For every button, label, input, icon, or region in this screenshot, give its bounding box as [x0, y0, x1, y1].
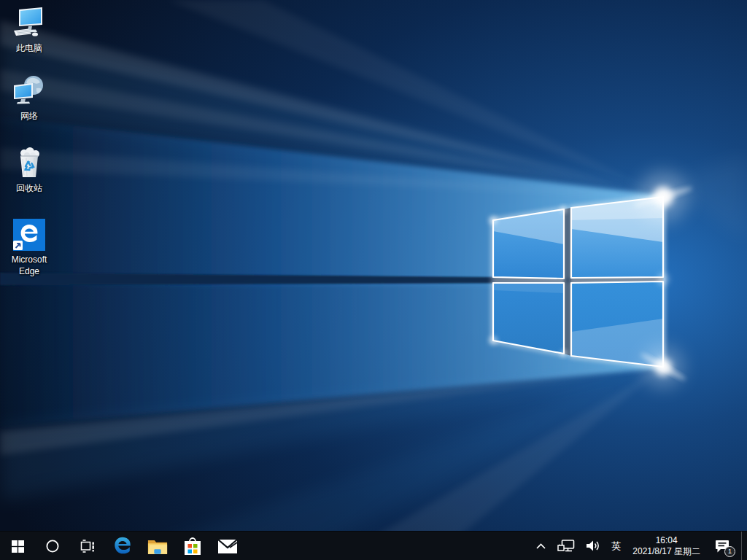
show-hidden-icons-button[interactable]: [533, 532, 549, 560]
windows-logo: [493, 197, 663, 367]
desktop-icon-network[interactable]: 网络: [1, 74, 57, 122]
edge-button[interactable]: [105, 532, 140, 560]
desktop[interactable]: 此电脑 网络: [0, 0, 747, 531]
desktop-icon-this-pc[interactable]: 此电脑: [1, 6, 57, 54]
speaker-volume-icon: [586, 540, 600, 552]
task-view-icon: [80, 539, 96, 553]
shortcut-arrow-badge: [13, 241, 23, 250]
action-center-button[interactable]: 1: [710, 532, 735, 560]
desktop-icon-label: Microsoft Edge: [2, 254, 56, 277]
network-icon: [12, 74, 47, 109]
microsoft-store-icon: [183, 535, 202, 557]
file-explorer-icon: [147, 537, 168, 555]
chevron-up-icon: [535, 542, 546, 551]
clock[interactable]: 16:04 2021/8/17 星期二: [630, 532, 703, 560]
desktop-icon-label: 网络: [20, 110, 38, 122]
taskbar-empty-area[interactable]: [245, 532, 533, 560]
start-button[interactable]: [0, 532, 35, 560]
task-view-button[interactable]: [70, 532, 105, 560]
windows-start-icon: [12, 540, 24, 553]
clock-date: 2021/8/17 星期二: [632, 546, 700, 557]
mail-button[interactable]: [210, 532, 245, 560]
show-desktop-button[interactable]: [741, 532, 746, 560]
desktop-icon-label: 回收站: [16, 182, 42, 194]
ime-language-indicator[interactable]: 英: [609, 532, 623, 560]
this-pc-icon: [12, 6, 47, 41]
ethernet-network-icon: [557, 540, 575, 553]
system-tray: 英 16:04 2021/8/17 星期二 1: [533, 532, 747, 560]
desktop-icon-microsoft-edge[interactable]: Microsoft Edge: [1, 217, 57, 277]
file-explorer-button[interactable]: [140, 532, 175, 560]
desktop-icon-recycle-bin[interactable]: 回收站: [1, 146, 57, 194]
search-button[interactable]: [35, 532, 70, 560]
store-button[interactable]: [175, 532, 210, 560]
clock-time: 16:04: [632, 535, 700, 546]
notification-count-badge: 1: [724, 546, 735, 557]
mail-icon: [217, 539, 238, 554]
edge-icon: [112, 535, 133, 557]
wallpaper-hero-image: [0, 0, 747, 560]
recycle-bin-icon: [12, 146, 47, 181]
network-tray-button[interactable]: [555, 532, 577, 560]
volume-tray-button[interactable]: [584, 532, 603, 560]
cortana-circle-icon: [45, 539, 60, 553]
desktop-icon-label: 此电脑: [16, 42, 42, 54]
microsoft-edge-icon: [12, 217, 47, 252]
taskbar: 英 16:04 2021/8/17 星期二 1: [0, 531, 747, 560]
